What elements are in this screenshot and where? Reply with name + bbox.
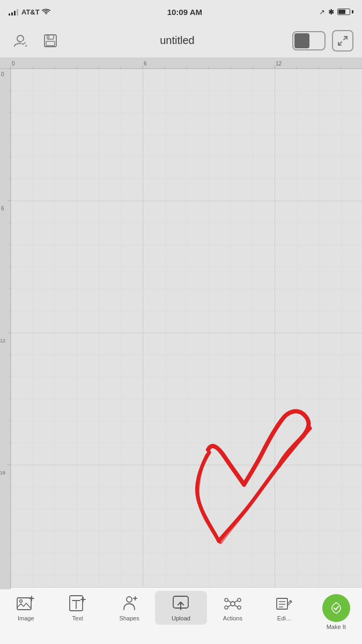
makeit-icon xyxy=(329,601,344,616)
svg-text:6: 6 xyxy=(144,61,147,67)
upload-icon xyxy=(172,595,190,613)
text-icon-wrapper xyxy=(68,594,87,613)
edit-button[interactable]: Edi… xyxy=(258,591,310,625)
signal-bars xyxy=(9,8,18,16)
image-icon-wrapper xyxy=(16,594,35,613)
svg-text:6: 6 xyxy=(1,206,4,211)
actions-icon xyxy=(224,595,242,613)
upload-label: Upload xyxy=(172,615,190,621)
svg-line-70 xyxy=(228,601,231,602)
text-button[interactable]: Text xyxy=(51,591,103,625)
actions-label: Actions xyxy=(223,615,242,621)
svg-text:12: 12 xyxy=(276,61,282,67)
svg-point-0 xyxy=(17,35,24,42)
svg-text:12: 12 xyxy=(0,338,5,343)
profile-icon xyxy=(12,33,28,49)
toolbar-right xyxy=(292,30,353,52)
ruler-vertical: 0 6 12 18 xyxy=(0,69,11,589)
makeit-circle xyxy=(322,594,350,622)
svg-rect-4 xyxy=(46,41,55,46)
image-label: Image xyxy=(18,615,34,621)
grid-svg xyxy=(11,69,362,589)
status-right: ↗ ✱ xyxy=(319,8,353,16)
ruler-v-svg: 0 6 12 18 xyxy=(0,69,11,589)
image-plus-icon xyxy=(17,596,35,612)
svg-rect-3 xyxy=(47,35,54,39)
svg-text:18: 18 xyxy=(0,470,5,475)
svg-text:0: 0 xyxy=(1,71,4,77)
carrier-label: AT&T xyxy=(21,8,40,16)
svg-point-53 xyxy=(20,600,23,603)
actions-icon-wrapper xyxy=(223,594,242,613)
save-icon xyxy=(43,33,58,48)
makeit-button[interactable]: Make It xyxy=(311,591,362,633)
image-button[interactable]: Image xyxy=(0,591,51,625)
edit-icon-wrapper xyxy=(275,594,294,613)
svg-point-66 xyxy=(225,598,228,602)
grid-background xyxy=(11,69,362,589)
battery xyxy=(337,9,353,15)
svg-line-73 xyxy=(235,605,238,607)
save-button[interactable] xyxy=(39,29,62,53)
svg-rect-51 xyxy=(11,69,362,589)
svg-point-67 xyxy=(238,598,241,602)
bottom-toolbar: Image Text xyxy=(0,587,362,644)
actions-button[interactable]: Actions xyxy=(207,591,258,625)
toggle-knob xyxy=(294,33,309,48)
svg-rect-74 xyxy=(277,598,287,609)
time-display: 10:09 AM xyxy=(167,8,202,17)
svg-point-65 xyxy=(231,602,235,606)
svg-line-72 xyxy=(228,605,231,607)
edit-label: Edi… xyxy=(277,615,292,621)
ruler-h-svg: 0 6 12 xyxy=(0,58,362,69)
profile-button[interactable] xyxy=(9,29,32,53)
svg-point-69 xyxy=(238,606,241,609)
drawing-area[interactable]: 0 6 12 xyxy=(0,58,362,589)
shapes-label: Shapes xyxy=(119,615,139,621)
svg-rect-52 xyxy=(17,598,31,610)
main-toolbar: untitled xyxy=(0,24,362,58)
upload-button[interactable]: Upload xyxy=(155,591,206,625)
svg-line-71 xyxy=(235,601,238,602)
makeit-label: Make It xyxy=(327,624,346,630)
text-plus-icon xyxy=(69,595,86,612)
bluetooth-icon: ✱ xyxy=(328,8,334,16)
shapes-icon xyxy=(120,595,138,613)
upload-icon-wrapper xyxy=(171,594,190,613)
text-label: Text xyxy=(72,615,83,621)
document-title: untitled xyxy=(160,34,195,47)
toolbar-left xyxy=(9,29,62,53)
wifi-icon xyxy=(42,9,50,15)
svg-point-68 xyxy=(225,606,228,609)
shapes-button[interactable]: Shapes xyxy=(104,591,155,625)
svg-text:0: 0 xyxy=(12,61,15,67)
shapes-icon-wrapper xyxy=(120,594,139,613)
expand-button[interactable] xyxy=(332,30,353,52)
ruler-horizontal: 0 6 12 xyxy=(0,58,362,69)
status-bar: AT&T 10:09 AM ↗ ✱ xyxy=(0,0,362,24)
status-left: AT&T xyxy=(9,8,50,16)
location-icon: ↗ xyxy=(319,8,325,16)
edit-icon xyxy=(276,595,293,612)
expand-icon xyxy=(337,35,349,47)
svg-point-61 xyxy=(127,597,132,602)
view-toggle[interactable] xyxy=(292,31,326,50)
